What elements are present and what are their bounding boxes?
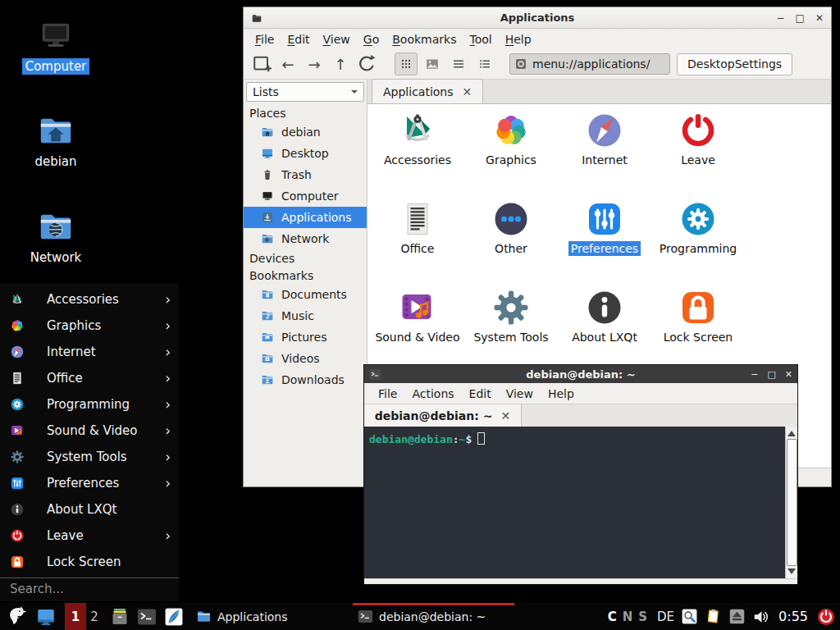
menu-item-graphics[interactable]: Graphics› [0,313,179,339]
task-button-debian-debian[interactable]: debian@debian: ~ [353,603,514,630]
app-category-programming[interactable]: Programming [651,199,745,256]
menubar-item-go[interactable]: Go [357,33,386,46]
desktop-icon-debian[interactable]: debian [15,112,97,170]
back-button[interactable]: ← [276,52,299,75]
menubar-item-view[interactable]: View [317,33,357,46]
menu-item-preferences[interactable]: Preferences› [0,470,179,496]
menu-item-programming[interactable]: Programming› [0,391,179,418]
menu-search-input[interactable]: Search... [0,578,179,600]
app-category-other[interactable]: Other [464,199,558,256]
app-category-leave[interactable]: Leave [651,111,745,167]
sidebar-item-music[interactable]: Music [244,305,367,326]
tab-close-icon[interactable]: ✕ [500,409,510,422]
terminal-menubar-item-help[interactable]: Help [541,387,582,400]
close-button[interactable]: ✕ [785,370,792,379]
sidebar-item-videos[interactable]: Videos [244,348,367,369]
menu-item-internet[interactable]: Internet› [0,339,179,365]
clock[interactable]: 0:55 [778,609,808,624]
keyboard-layout-indicator[interactable]: DE [657,609,674,624]
menu-item-leave[interactable]: Leave› [0,523,179,549]
scroll-down-icon[interactable] [788,568,796,574]
start-menu-button[interactable] [5,605,27,628]
menu-item-sound-video[interactable]: Sound & Video› [0,418,179,444]
tab-close-icon[interactable]: ✕ [463,85,472,98]
keyboard-indicator-n[interactable]: N [623,609,633,624]
terminal-menubar-item-edit[interactable]: Edit [462,387,499,400]
desktop-settings-button[interactable]: DesktopSettings [677,53,792,75]
app-category-system-tools[interactable]: System Tools [464,288,558,345]
terminal-menubar-item-file[interactable]: File [371,387,404,400]
terminal-menubar-item-actions[interactable]: Actions [404,387,461,400]
sidebar-item-label: Network [281,232,329,245]
sidebar-item-pictures[interactable]: Pictures [244,326,367,348]
menu-item-system-tools[interactable]: System Tools› [0,444,179,470]
sidebar-mode-combobox[interactable]: Lists [246,82,364,102]
icon-view-button[interactable] [395,52,418,75]
sidebar-item-downloads[interactable]: Downloads [244,369,367,390]
detailed-view-button[interactable] [473,52,496,75]
show-desktop-button[interactable] [36,607,56,627]
app-category-graphics[interactable]: Graphics [464,111,558,167]
terminal-titlebar[interactable]: debian@debian: ~ − □ ✕ [364,365,797,383]
app-category-lock-screen[interactable]: Lock Screen [651,288,745,345]
desktop-icon-computer[interactable]: Computer [15,16,97,75]
new-tab-button[interactable] [250,52,273,75]
minimize-button[interactable]: − [751,370,758,379]
sidebar-item-debian[interactable]: debian [244,121,367,143]
app-category-sound-video[interactable]: Sound & Video [371,288,464,345]
quick-launch-filecabinet-icon[interactable] [110,607,130,627]
app-category-internet[interactable]: Internet [558,111,651,167]
compact-view-button[interactable] [447,52,470,75]
tab-applications[interactable]: Applications ✕ [372,79,483,103]
quick-launch-terminal-icon[interactable] [137,607,157,627]
sidebar-item-documents[interactable]: Documents [244,284,367,305]
quick-launch-featherpad-icon[interactable] [164,607,184,627]
app-category-about-lxqt[interactable]: About LXQt [558,288,651,345]
menubar-item-file[interactable]: File [249,33,281,46]
reload-button[interactable] [355,52,378,75]
scrollbar-thumb[interactable] [787,439,797,566]
menu-item-office[interactable]: Office› [0,365,179,391]
menu-item-about-lxqt[interactable]: About LXQt [0,496,179,523]
sidebar-item-applications[interactable]: Applications [244,207,367,228]
terminal-menubar-item-view[interactable]: View [499,387,541,400]
workspace-button-2[interactable]: 2 [86,603,103,630]
tray-clipboard-icon[interactable] [705,608,722,625]
task-button-applications[interactable]: Applications [191,603,353,630]
up-button[interactable]: ↑ [329,52,352,75]
menubar-item-edit[interactable]: Edit [281,33,316,46]
close-button[interactable]: ✕ [815,13,824,23]
menu-item-lock-screen[interactable]: Lock Screen [0,549,179,575]
terminal-screen[interactable]: debian@debian:~$ [364,427,785,578]
office-icon [10,371,25,386]
tray-screenshot-icon[interactable] [681,608,698,625]
desktop-icon-network[interactable]: Network [15,208,97,266]
menu-item-accessories[interactable]: Accessories› [0,286,179,313]
thumbnail-view-button[interactable] [421,52,444,75]
address-bar[interactable]: menu://applications/ [509,53,670,75]
tray-eject-icon[interactable] [728,608,746,625]
scrollbar[interactable] [785,427,797,578]
forward-button[interactable]: → [303,52,326,75]
sidebar-item-desktop[interactable]: Desktop [244,143,367,164]
menubar-item-tool[interactable]: Tool [463,33,498,46]
maximize-button[interactable]: □ [796,13,805,23]
maximize-button[interactable]: □ [767,370,775,379]
sidebar-item-network[interactable]: Network [244,228,367,249]
file-manager-titlebar[interactable]: Applications − □ ✕ [244,7,831,29]
tray-volume-icon[interactable] [752,608,770,626]
keyboard-indicator-s[interactable]: S [638,609,647,624]
workspace-button-1[interactable]: 1 [65,603,86,630]
scroll-up-icon[interactable] [788,431,796,436]
app-category-preferences[interactable]: Preferences [558,199,651,256]
sidebar-item-computer[interactable]: Computer [244,185,367,207]
keyboard-indicator-c[interactable]: C [608,609,617,624]
terminal-tab[interactable]: debian@debian: ~ ✕ [364,404,522,427]
leave-button[interactable] [816,607,836,627]
app-category-accessories[interactable]: Accessories [371,111,464,167]
menubar-item-bookmarks[interactable]: Bookmarks [386,33,463,46]
sidebar-item-trash[interactable]: Trash [244,164,367,185]
menubar-item-help[interactable]: Help [499,33,538,46]
app-category-office[interactable]: Office [371,199,464,256]
minimize-button[interactable]: − [777,13,785,23]
